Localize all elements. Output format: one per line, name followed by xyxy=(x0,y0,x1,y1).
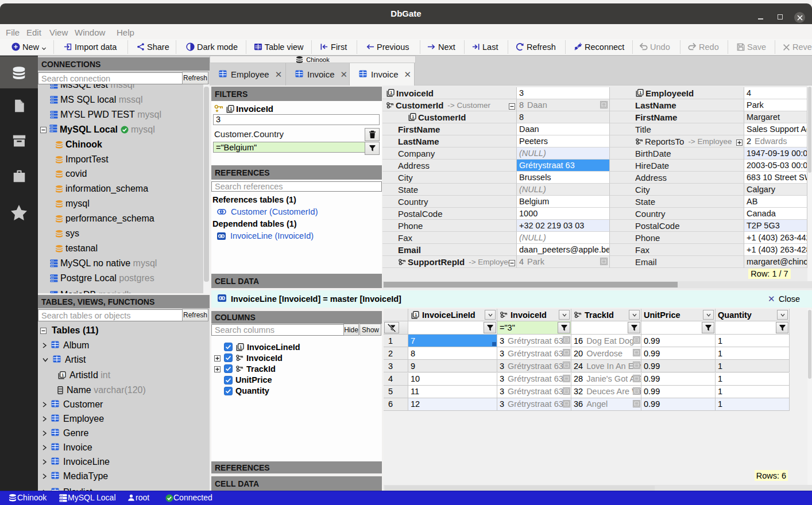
svg-text:1: 1 xyxy=(412,114,415,119)
svg-text:1: 1 xyxy=(230,106,233,111)
svg-text:1: 1 xyxy=(639,90,642,95)
svg-text:1: 1 xyxy=(390,90,393,95)
svg-text:1: 1 xyxy=(239,344,242,349)
svg-text:1: 1 xyxy=(61,372,64,378)
svg-text:1: 1 xyxy=(415,312,417,317)
